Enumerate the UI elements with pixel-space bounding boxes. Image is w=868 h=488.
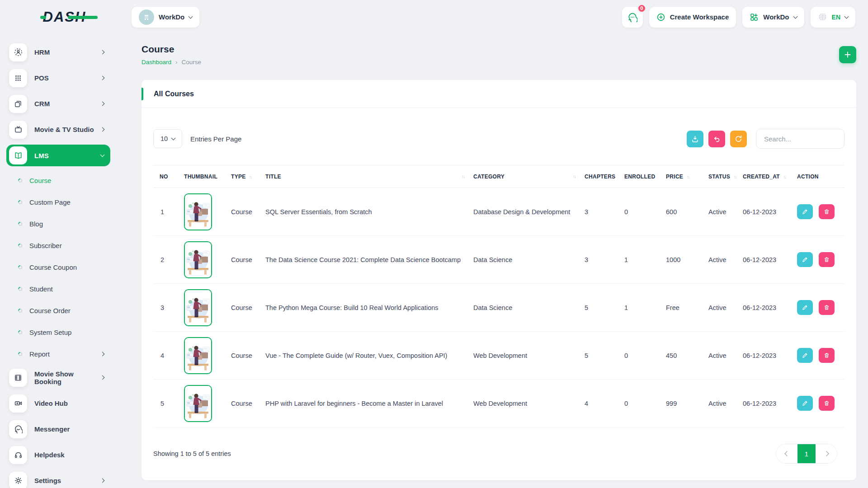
table-actions [682,129,844,149]
sidebar-item-course-order[interactable]: Course Order [6,300,110,321]
refresh-button[interactable] [730,131,747,147]
sidebar-item-hrm[interactable]: HRM [6,39,110,65]
create-workspace-button[interactable]: Create Workspace [649,7,736,28]
entries-per-page-select[interactable]: 10 [153,129,182,148]
table-row: 5 [153,380,844,427]
sidebar-item-messenger[interactable]: Messenger [6,416,110,442]
edit-button[interactable] [797,396,813,411]
sidebar-item-custom-page[interactable]: Custom Page [6,191,110,213]
dash-logo[interactable]: DASH [43,9,86,25]
sidebar-item-system-setup[interactable]: System Setup [6,321,110,343]
delete-button[interactable] [819,252,835,267]
sidebar-item-course-coupon[interactable]: Course Coupon [6,256,110,278]
plus-icon [844,51,851,58]
col-price[interactable]: PRICE↑↓ [661,165,704,188]
course-thumbnail[interactable] [184,337,212,374]
delete-button[interactable] [819,300,835,315]
sidebar-item-video-hub[interactable]: Video Hub [6,390,110,416]
sidebar-item-settings[interactable]: Settings [6,468,110,488]
row-thumbnail-cell [179,332,226,380]
delete-button[interactable] [819,348,835,363]
sidebar-item-course[interactable]: Course [6,169,110,191]
app-root: DASH WorkDo 0 [0,0,868,488]
table-row: 3 [153,284,844,332]
col-status[interactable]: STATUS↑↓ [704,165,738,188]
row-enrolled: 0 [620,332,661,380]
sidebar-item-movie-show-booking[interactable]: Movie Show Booking [6,365,110,390]
row-chapters: 4 [580,380,620,427]
row-category: Data Science [469,236,580,284]
prev-page-button[interactable] [776,444,797,463]
row-actions [793,188,844,236]
search-input[interactable] [756,129,844,149]
row-title: PHP with Laravel for beginners - Become … [261,380,469,427]
chevron-right-icon [824,451,829,456]
language-selector[interactable]: EN [811,7,855,28]
sidebar-item-blog[interactable]: Blog [6,213,110,235]
courses-table: NO THUMBNAIL TYPE↑↓ TITLE↑↓ CATEGORY↑↓ [153,165,844,427]
breadcrumb-dashboard-link[interactable]: Dashboard [142,59,171,66]
trash-icon [823,304,830,311]
export-button[interactable] [687,131,703,147]
card-header: All Courses [142,80,856,108]
col-type[interactable]: TYPE↑↓ [226,165,261,188]
sidebar-item-crm[interactable]: CRM [6,91,110,117]
plus-circle-icon [656,13,665,22]
chevron-right-icon [100,352,105,356]
chevron-down-icon [171,136,176,141]
film-icon [9,369,27,387]
col-category[interactable]: CATEGORY↑↓ [469,165,580,188]
sidebar-item-helpdesk[interactable]: Helpdesk [6,442,110,468]
messages-button[interactable]: 0 [622,7,643,28]
chevron-right-icon [100,76,105,80]
col-created-at[interactable]: CREATED_AT↑↓ [738,165,793,188]
breadcrumb: Dashboard › Course [142,59,201,66]
sidebar-item-subscriber[interactable]: Subscriber [6,235,110,256]
course-thumbnail[interactable] [184,193,212,230]
next-page-button[interactable] [816,444,837,463]
course-thumbnail[interactable] [184,289,212,326]
workspace-name: WorkDo [159,13,184,21]
delete-button[interactable] [819,396,835,411]
headphones-icon [9,446,27,464]
delete-button[interactable] [819,204,835,219]
course-thumbnail[interactable] [184,241,212,278]
workspace-selector[interactable]: WorkDo [132,7,199,28]
submenu-bullet-icon [17,243,23,249]
sidebar-item-pos[interactable]: POS [6,65,110,91]
edit-button[interactable] [797,252,813,267]
submenu-bullet-icon [17,308,23,314]
chevron-down-icon [844,14,849,19]
sort-icon: ↑↓ [573,174,576,179]
sort-icon: ↑↓ [686,174,689,179]
trash-icon [823,352,830,359]
workdo-dropdown[interactable]: WorkDo [742,7,804,28]
edit-button[interactable] [797,204,813,219]
row-actions [793,380,844,427]
row-enrolled: 1 [620,236,661,284]
add-course-button[interactable] [839,46,856,63]
edit-button[interactable] [797,300,813,315]
row-thumbnail-cell [179,236,226,284]
chevron-right-icon [100,479,105,483]
row-created-at: 06-12-2023 [738,332,793,380]
sidebar-item-student[interactable]: Student [6,278,110,300]
submenu-bullet-icon [17,221,23,227]
chevron-right-icon [100,50,105,55]
reset-button[interactable] [708,131,725,147]
sidebar-item-lms[interactable]: LMS [6,145,110,166]
course-thumbnail[interactable] [184,385,212,422]
refresh-icon [735,135,742,143]
hrm-icon [9,43,27,61]
all-courses-card: All Courses 10 Entries Per Page [142,80,856,480]
row-type: Course [226,332,261,380]
chat-icon [627,12,637,22]
sidebar-item-movie-tv-studio[interactable]: Movie & TV Studio [6,117,110,142]
sidebar-item-report[interactable]: Report [6,343,110,365]
page-number-current[interactable]: 1 [797,444,816,463]
workspace-avatar [139,9,154,25]
edit-button[interactable] [797,348,813,363]
row-thumbnail-cell [179,284,226,332]
row-enrolled: 0 [620,380,661,427]
col-title[interactable]: TITLE↑↓ [261,165,469,188]
